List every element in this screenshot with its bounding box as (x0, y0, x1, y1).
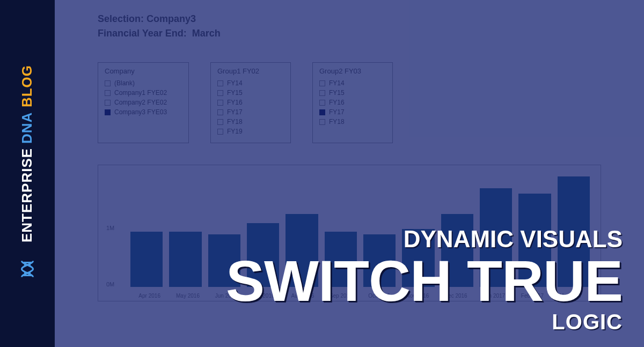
x-tick: Oct 2016 (360, 293, 398, 299)
x-tick: Jul 2016 (245, 293, 283, 299)
x-tick: Feb 2017 (513, 293, 551, 299)
brand-dna: DNA (19, 112, 35, 143)
bar-column (286, 171, 318, 287)
checkbox-icon[interactable] (217, 109, 223, 115)
dna-icon (18, 259, 37, 282)
slicer-group2-item[interactable]: FY14 (319, 79, 386, 87)
slicer-group2-title: Group2 FY03 (319, 67, 386, 75)
slicer-group2-item[interactable]: FY17 (319, 108, 386, 116)
slicer-group1-item[interactable]: FY17 (217, 108, 284, 116)
bar[interactable] (325, 232, 357, 287)
slicer-row: Company (Blank) Company1 FYE02 Company2 … (98, 62, 601, 143)
checkbox-icon[interactable] (217, 119, 223, 125)
bar[interactable] (402, 229, 434, 287)
bar[interactable] (169, 232, 201, 287)
checkbox-icon[interactable] (105, 109, 111, 115)
checkbox-icon[interactable] (217, 100, 223, 106)
brand-enterprise: ENTERPRISE (19, 148, 35, 242)
slicer-group1[interactable]: Group1 FY02 FY14 FY15 FY16 FY17 FY18 FY1… (210, 62, 291, 143)
bar-column (169, 171, 201, 287)
bar[interactable] (363, 234, 396, 287)
bar-column (558, 171, 590, 287)
slicer-group1-item[interactable]: FY14 (217, 79, 284, 87)
checkbox-icon[interactable] (217, 80, 223, 86)
slicer-group1-item[interactable]: FY15 (217, 89, 284, 97)
bar-column (363, 171, 396, 287)
bar-column (247, 171, 279, 287)
checkbox-icon[interactable] (105, 80, 111, 86)
dashboard-canvas: Selection: Company3 Financial Year End: … (55, 0, 644, 301)
brand-text: ENTERPRISE DNA BLOG (19, 65, 35, 242)
slicer-group2-item[interactable]: FY15 (319, 89, 386, 97)
checkbox-icon[interactable] (319, 80, 325, 86)
checkbox-icon[interactable] (217, 129, 223, 135)
x-tick: Mar 2017 (552, 293, 590, 299)
slicer-group1-item[interactable]: FY16 (217, 99, 284, 106)
bar[interactable] (208, 234, 240, 287)
x-tick: Jan 2017 (475, 293, 513, 299)
slicer-company-item[interactable]: (Blank) (105, 79, 182, 87)
bar-column (518, 171, 551, 287)
bar[interactable] (286, 214, 318, 287)
headline-tag: LOGIC (226, 310, 623, 334)
selection-value: Company3 (147, 13, 196, 24)
x-tick: Aug 2016 (283, 293, 321, 299)
x-tick: Apr 2016 (130, 293, 169, 299)
x-tick: Dec 2016 (437, 293, 475, 299)
slicer-group1-item[interactable]: FY19 (217, 128, 284, 135)
y-tick-1m: 1M (106, 225, 114, 231)
slicer-group2-item[interactable]: FY18 (319, 118, 386, 125)
x-tick: Sep 2016 (322, 293, 360, 299)
bar[interactable] (247, 223, 279, 287)
bar[interactable] (130, 232, 163, 287)
checkbox-icon[interactable] (105, 90, 111, 96)
bar-column (441, 171, 473, 287)
slicer-company-item[interactable]: Company3 FYE03 (105, 108, 182, 116)
y-axis: 1M 0M (106, 171, 128, 287)
bar[interactable] (558, 176, 590, 287)
fye-value: March (192, 28, 221, 39)
slicer-group1-title: Group1 FY02 (217, 67, 284, 75)
main-area: Selection: Company3 Financial Year End: … (55, 0, 644, 347)
bar-column (208, 171, 240, 287)
x-tick: Jun 2016 (207, 293, 245, 299)
bar-chart[interactable]: 1M 0M Apr 2016May 2016Jun 2016Jul 2016Au… (98, 165, 601, 301)
selection-label: Selection: (98, 13, 144, 24)
x-tick: May 2016 (169, 293, 207, 299)
bar[interactable] (480, 188, 512, 287)
bar-column (402, 171, 434, 287)
report-header: Selection: Company3 Financial Year End: … (98, 12, 601, 41)
bar[interactable] (518, 194, 551, 287)
slicer-company-title: Company (105, 67, 182, 75)
checkbox-icon[interactable] (319, 100, 325, 106)
slicer-group2-item[interactable]: FY16 (319, 99, 386, 106)
brand-blog: BLOG (19, 65, 35, 107)
slicer-company-item[interactable]: Company2 FYE02 (105, 99, 182, 106)
slicer-company[interactable]: Company (Blank) Company1 FYE02 Company2 … (98, 62, 189, 143)
y-tick-0m: 0M (106, 281, 114, 287)
slicer-company-item[interactable]: Company1 FYE02 (105, 89, 182, 97)
x-tick: Nov 2016 (398, 293, 436, 299)
x-axis: Apr 2016May 2016Jun 2016Jul 2016Aug 2016… (130, 293, 590, 299)
checkbox-icon[interactable] (319, 90, 325, 96)
checkbox-icon[interactable] (319, 119, 325, 125)
checkbox-icon[interactable] (105, 100, 111, 106)
slicer-group2[interactable]: Group2 FY03 FY14 FY15 FY16 FY17 FY18 (312, 62, 393, 143)
fye-label: Financial Year End: (98, 28, 187, 39)
bar[interactable] (441, 214, 473, 287)
bar-column (325, 171, 357, 287)
brand-sidebar: ENTERPRISE DNA BLOG (0, 0, 55, 347)
slicer-group1-item[interactable]: FY18 (217, 118, 284, 125)
checkbox-icon[interactable] (217, 90, 223, 96)
bar-column (130, 171, 163, 287)
bar-column (480, 171, 512, 287)
checkbox-icon[interactable] (319, 109, 325, 115)
bars-area (130, 171, 590, 287)
